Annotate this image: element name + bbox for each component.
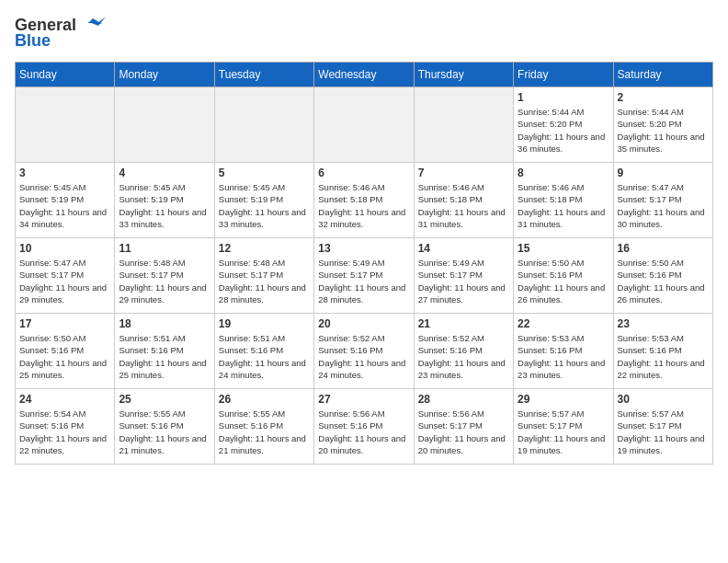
day-number: 22 (518, 317, 609, 330)
day-info: Sunrise: 5:46 AM Sunset: 5:18 PM Dayligh… (318, 181, 409, 230)
calendar-cell: 25Sunrise: 5:55 AM Sunset: 5:16 PM Dayli… (115, 389, 214, 465)
day-number: 26 (219, 393, 310, 406)
day-number: 4 (119, 167, 210, 179)
weekday-header-thursday: Thursday (414, 63, 513, 87)
calendar-week-5: 24Sunrise: 5:54 AM Sunset: 5:16 PM Dayli… (16, 389, 713, 465)
calendar-cell: 12Sunrise: 5:48 AM Sunset: 5:17 PM Dayli… (214, 238, 313, 314)
day-info: Sunrise: 5:51 AM Sunset: 5:16 PM Dayligh… (219, 332, 310, 381)
day-info: Sunrise: 5:46 AM Sunset: 5:18 PM Dayligh… (518, 181, 609, 230)
calendar-cell: 4Sunrise: 5:45 AM Sunset: 5:19 PM Daylig… (115, 163, 214, 238)
day-info: Sunrise: 5:53 AM Sunset: 5:16 PM Dayligh… (518, 332, 609, 381)
day-number: 29 (518, 393, 609, 406)
weekday-header-tuesday: Tuesday (214, 63, 313, 87)
calendar-cell: 23Sunrise: 5:53 AM Sunset: 5:16 PM Dayli… (613, 314, 712, 389)
day-number: 21 (418, 317, 509, 330)
day-info: Sunrise: 5:56 AM Sunset: 5:17 PM Dayligh… (418, 408, 509, 456)
weekday-header-monday: Monday (115, 63, 214, 87)
day-info: Sunrise: 5:52 AM Sunset: 5:16 PM Dayligh… (418, 332, 509, 381)
calendar-cell: 27Sunrise: 5:56 AM Sunset: 5:16 PM Dayli… (314, 389, 414, 465)
svg-marker-0 (84, 17, 106, 28)
logo-text-blue: Blue (15, 31, 51, 51)
day-number: 20 (318, 317, 409, 330)
calendar-cell: 15Sunrise: 5:50 AM Sunset: 5:16 PM Dayli… (514, 238, 613, 314)
day-info: Sunrise: 5:47 AM Sunset: 5:17 PM Dayligh… (19, 257, 110, 305)
calendar-cell: 9Sunrise: 5:47 AM Sunset: 5:17 PM Daylig… (613, 163, 712, 238)
logo-bird-icon (80, 15, 106, 35)
day-info: Sunrise: 5:57 AM Sunset: 5:17 PM Dayligh… (618, 408, 709, 456)
calendar-cell: 2Sunrise: 5:44 AM Sunset: 5:20 PM Daylig… (613, 87, 712, 163)
day-info: Sunrise: 5:54 AM Sunset: 5:16 PM Dayligh… (19, 408, 110, 456)
day-info: Sunrise: 5:50 AM Sunset: 5:16 PM Dayligh… (518, 257, 609, 305)
calendar-cell: 14Sunrise: 5:49 AM Sunset: 5:17 PM Dayli… (414, 238, 513, 314)
day-number: 27 (318, 393, 409, 406)
day-number: 17 (19, 317, 110, 330)
calendar-cell: 16Sunrise: 5:50 AM Sunset: 5:16 PM Dayli… (613, 238, 712, 314)
day-number: 7 (418, 167, 509, 179)
calendar-cell: 26Sunrise: 5:55 AM Sunset: 5:16 PM Dayli… (214, 389, 313, 465)
day-number: 3 (19, 167, 110, 179)
calendar-cell (314, 87, 414, 163)
calendar-cell: 11Sunrise: 5:48 AM Sunset: 5:17 PM Dayli… (115, 238, 214, 314)
day-info: Sunrise: 5:45 AM Sunset: 5:19 PM Dayligh… (119, 181, 210, 230)
day-number: 6 (318, 167, 409, 179)
calendar-cell: 10Sunrise: 5:47 AM Sunset: 5:17 PM Dayli… (16, 238, 115, 314)
day-info: Sunrise: 5:55 AM Sunset: 5:16 PM Dayligh… (119, 408, 210, 456)
day-number: 24 (19, 393, 110, 406)
day-info: Sunrise: 5:44 AM Sunset: 5:20 PM Dayligh… (518, 106, 609, 155)
day-info: Sunrise: 5:52 AM Sunset: 5:16 PM Dayligh… (318, 332, 409, 381)
day-number: 5 (219, 167, 310, 179)
day-info: Sunrise: 5:45 AM Sunset: 5:19 PM Dayligh… (19, 181, 110, 230)
day-number: 9 (618, 167, 709, 179)
calendar-week-3: 10Sunrise: 5:47 AM Sunset: 5:17 PM Dayli… (16, 238, 713, 314)
day-number: 8 (518, 167, 609, 179)
day-info: Sunrise: 5:53 AM Sunset: 5:16 PM Dayligh… (618, 332, 709, 381)
day-info: Sunrise: 5:56 AM Sunset: 5:16 PM Dayligh… (318, 408, 409, 456)
calendar-week-4: 17Sunrise: 5:50 AM Sunset: 5:16 PM Dayli… (16, 314, 713, 389)
calendar-cell: 30Sunrise: 5:57 AM Sunset: 5:17 PM Dayli… (613, 389, 712, 465)
calendar-cell: 13Sunrise: 5:49 AM Sunset: 5:17 PM Dayli… (314, 238, 414, 314)
day-number: 16 (618, 242, 709, 255)
calendar-table: SundayMondayTuesdayWednesdayThursdayFrid… (15, 62, 713, 465)
day-number: 18 (119, 317, 210, 330)
day-info: Sunrise: 5:55 AM Sunset: 5:16 PM Dayligh… (219, 408, 310, 456)
calendar-cell: 29Sunrise: 5:57 AM Sunset: 5:17 PM Dayli… (514, 389, 613, 465)
day-number: 11 (119, 242, 210, 255)
weekday-header-saturday: Saturday (613, 63, 712, 87)
calendar-cell: 28Sunrise: 5:56 AM Sunset: 5:17 PM Dayli… (414, 389, 513, 465)
day-number: 13 (318, 242, 409, 255)
day-number: 14 (418, 242, 509, 255)
day-info: Sunrise: 5:45 AM Sunset: 5:19 PM Dayligh… (219, 181, 310, 230)
calendar-cell: 7Sunrise: 5:46 AM Sunset: 5:18 PM Daylig… (414, 163, 513, 238)
day-info: Sunrise: 5:49 AM Sunset: 5:17 PM Dayligh… (318, 257, 409, 305)
calendar-cell: 8Sunrise: 5:46 AM Sunset: 5:18 PM Daylig… (514, 163, 613, 238)
day-info: Sunrise: 5:50 AM Sunset: 5:16 PM Dayligh… (19, 332, 110, 381)
calendar-week-1: 1Sunrise: 5:44 AM Sunset: 5:20 PM Daylig… (16, 87, 713, 163)
day-number: 12 (219, 242, 310, 255)
day-info: Sunrise: 5:48 AM Sunset: 5:17 PM Dayligh… (119, 257, 210, 305)
day-number: 15 (518, 242, 609, 255)
weekday-header-wednesday: Wednesday (314, 63, 414, 87)
calendar-cell: 19Sunrise: 5:51 AM Sunset: 5:16 PM Dayli… (214, 314, 313, 389)
day-info: Sunrise: 5:44 AM Sunset: 5:20 PM Dayligh… (618, 106, 709, 155)
day-number: 2 (618, 91, 709, 104)
day-info: Sunrise: 5:46 AM Sunset: 5:18 PM Dayligh… (418, 181, 509, 230)
day-info: Sunrise: 5:50 AM Sunset: 5:16 PM Dayligh… (618, 257, 709, 305)
calendar-cell (115, 87, 214, 163)
day-info: Sunrise: 5:47 AM Sunset: 5:17 PM Dayligh… (618, 181, 709, 230)
calendar-cell (214, 87, 313, 163)
day-number: 1 (518, 91, 609, 104)
calendar-cell: 6Sunrise: 5:46 AM Sunset: 5:18 PM Daylig… (314, 163, 414, 238)
day-number: 19 (219, 317, 310, 330)
calendar-cell (414, 87, 513, 163)
calendar-cell: 3Sunrise: 5:45 AM Sunset: 5:19 PM Daylig… (16, 163, 115, 238)
day-info: Sunrise: 5:49 AM Sunset: 5:17 PM Dayligh… (418, 257, 509, 305)
day-info: Sunrise: 5:48 AM Sunset: 5:17 PM Dayligh… (219, 257, 310, 305)
calendar-cell: 22Sunrise: 5:53 AM Sunset: 5:16 PM Dayli… (514, 314, 613, 389)
day-info: Sunrise: 5:51 AM Sunset: 5:16 PM Dayligh… (119, 332, 210, 381)
calendar-cell: 18Sunrise: 5:51 AM Sunset: 5:16 PM Dayli… (115, 314, 214, 389)
day-number: 23 (618, 317, 709, 330)
weekday-header-friday: Friday (514, 63, 613, 87)
calendar-cell: 17Sunrise: 5:50 AM Sunset: 5:16 PM Dayli… (16, 314, 115, 389)
page-header: General Blue (15, 15, 713, 51)
calendar-cell (16, 87, 115, 163)
